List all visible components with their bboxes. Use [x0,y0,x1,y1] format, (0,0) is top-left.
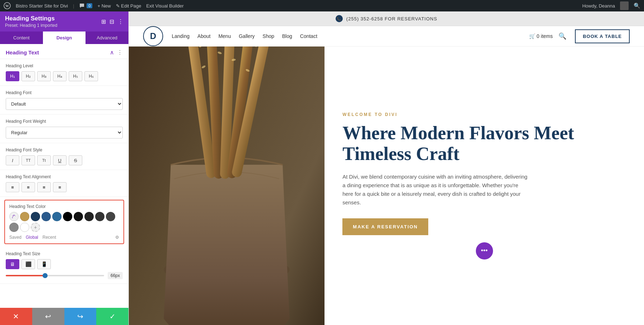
redo-button[interactable]: ↪ [64,308,97,325]
color-tab-saved[interactable]: Saved [9,235,21,240]
align-justify[interactable]: ≡ [53,182,67,192]
heading-level-h5[interactable]: H₅ [69,71,82,81]
save-button[interactable]: ✓ [96,308,128,325]
hero-eyebrow: WELCOME TO DIVI [342,112,626,117]
panel-header-icons[interactable]: ⊞ ⊟ ⋮ [101,18,123,25]
more-options-button[interactable]: ••• [476,242,493,259]
heading-level-label: Heading Level [6,63,123,68]
nav-link-blog[interactable]: Blog [282,33,292,39]
color-swatches-row2: + [9,223,119,232]
tab-advanced[interactable]: Advanced [86,31,128,44]
book-table-button[interactable]: BOOK A TABLE [575,29,630,43]
comments-count: 0 [87,3,92,8]
nav-links: Landing About Menu Gallery Shop Blog Con… [172,33,529,39]
svg-line-2 [14,215,15,216]
panel-icon-display[interactable]: ⊞ [101,18,106,25]
font-style-italic[interactable]: I [6,155,19,165]
panel-header: Heading Settings Preset: Heading 1 impor… [0,11,128,31]
section-menu-icon[interactable]: ⋮ [117,49,123,56]
comments-link[interactable]: 0 [79,3,92,9]
admin-bar-sep: | [73,3,74,9]
nav-link-about[interactable]: About [197,33,211,39]
admin-bar-left: W Bistro Starter Site for Divi | 0 + New… [4,2,576,9]
color-swatch-black4[interactable] [95,212,104,221]
new-btn[interactable]: + New [97,3,111,9]
color-swatch-gray[interactable] [9,223,19,232]
font-style-capitalize[interactable]: Tt [37,155,51,165]
nav-link-shop[interactable]: Shop [263,33,274,39]
section-header-icons: ∧ ⋮ [110,49,123,56]
size-slider-thumb[interactable] [43,273,48,278]
color-swatch-white[interactable] [20,223,29,232]
align-right[interactable]: ≡ [37,182,51,192]
heading-font-weight-label: Heading Font Weight [6,119,123,124]
site-topbar: 📞 (255) 352-6258 FOR RESERVATIONS [129,11,644,26]
heading-font-select[interactable]: Default [6,98,123,110]
heading-level-h3[interactable]: H₃ [37,71,51,81]
color-swatch-black5[interactable] [106,212,115,221]
font-style-strikethrough[interactable]: S [69,155,82,165]
site-logo[interactable]: D [143,26,163,46]
heading-text-color-label: Heading Text Color [9,204,119,209]
color-tab-global[interactable]: Global [26,235,38,240]
heading-text-alignment-group: Heading Text Alignment ≡ ≡ ≡ ≡ [0,170,128,197]
nav-link-menu[interactable]: Menu [218,33,231,39]
color-swatch-black2[interactable] [74,212,83,221]
device-desktop[interactable]: 🖥 [6,259,19,269]
nav-cart[interactable]: 🛒 0 items [529,33,553,39]
heading-font-weight-select[interactable]: Regular [6,127,123,139]
admin-site-name[interactable]: Bistro Starter Site for Divi [16,3,68,9]
nav-link-landing[interactable]: Landing [172,33,190,39]
color-swatch-blue3[interactable] [52,212,62,221]
heading-level-h1[interactable]: H₁ [6,71,19,81]
heading-level-h4[interactable]: H₄ [53,71,67,81]
panel-bottom-bar: ✕ ↩ ↪ ✓ [0,308,128,325]
wordpress-icon[interactable]: W [4,2,11,9]
align-left[interactable]: ≡ [6,182,19,192]
size-slider-track[interactable] [6,275,104,276]
color-settings-icon[interactable]: ⚙ [115,235,119,240]
device-buttons: 🖥 ⬛ 📱 [6,259,123,269]
color-swatches [9,212,119,221]
section-title: Heading Text [6,49,39,55]
font-style-uppercase[interactable]: TT [21,155,35,165]
size-slider-value[interactable]: 66px [108,272,123,279]
hero-body: At Divi, we blend contemporary cuisine w… [342,173,528,207]
tab-content[interactable]: Content [0,31,43,44]
color-add-button[interactable]: + [31,223,40,232]
color-swatch-black3[interactable] [84,212,94,221]
device-tablet[interactable]: ⬛ [21,259,35,269]
cancel-button[interactable]: ✕ [0,308,32,325]
exit-builder-link[interactable]: Exit Visual Builder [146,3,184,9]
edit-page-link[interactable]: ✎ Edit Page [116,3,141,9]
heading-level-h6[interactable]: H₆ [84,71,98,81]
panel-icon-layout[interactable]: ⊟ [109,18,114,25]
font-style-buttons: I TT Tt U S [6,155,123,165]
nav-search-icon[interactable]: 🔍 [558,32,566,40]
align-center[interactable]: ≡ [21,182,35,192]
color-eyedropper[interactable] [9,212,19,221]
heading-level-h2[interactable]: H₂ [21,71,35,81]
color-tab-recent[interactable]: Recent [43,235,56,240]
section-collapse-icon[interactable]: ∧ [110,49,114,56]
color-swatch-gold[interactable] [20,212,29,221]
hero-content: WELCOME TO DIVI Where Modern Flavors Mee… [325,47,644,325]
search-icon[interactable]: 🔍 [634,3,640,9]
admin-bar: W Bistro Starter Site for Divi | 0 + New… [0,0,644,11]
tab-design[interactable]: Design [43,31,86,44]
nav-link-contact[interactable]: Contact [300,33,317,39]
alignment-buttons: ≡ ≡ ≡ ≡ [6,182,123,192]
section-header: Heading Text ∧ ⋮ [0,44,128,59]
nav-link-gallery[interactable]: Gallery [239,33,254,39]
device-mobile[interactable]: 📱 [37,259,51,269]
color-swatch-blue2[interactable] [42,212,51,221]
color-swatch-black1[interactable] [63,212,72,221]
font-style-underline[interactable]: U [53,155,67,165]
heading-level-buttons: H₁ H₂ H₃ H₄ H₅ H₆ [6,71,123,81]
user-avatar [620,1,629,10]
color-swatch-navy[interactable] [31,212,40,221]
panel-icon-more[interactable]: ⋮ [118,18,123,25]
cart-icon: 🛒 [529,33,535,39]
reservation-button[interactable]: MAKE A RESERVATION [342,218,428,235]
undo-button[interactable]: ↩ [32,308,64,325]
